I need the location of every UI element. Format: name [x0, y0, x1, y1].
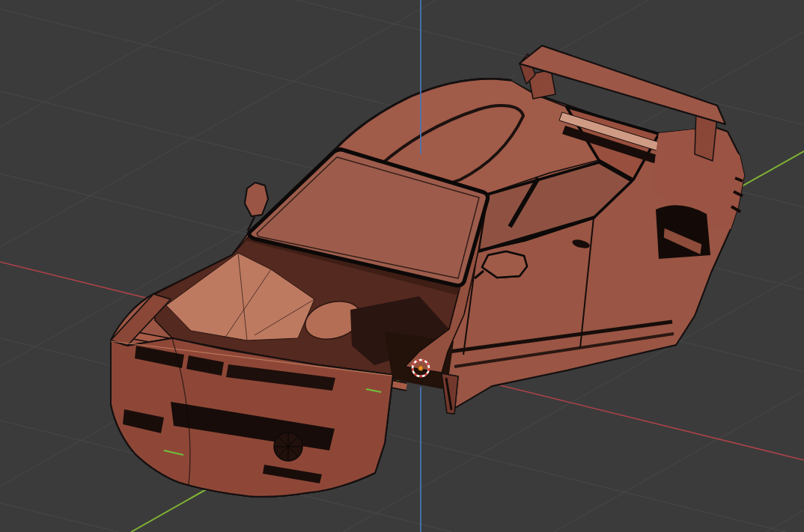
viewport-3d[interactable] [0, 0, 804, 532]
viewport-3d-container [0, 0, 804, 532]
object-origin-dot [418, 366, 424, 371]
